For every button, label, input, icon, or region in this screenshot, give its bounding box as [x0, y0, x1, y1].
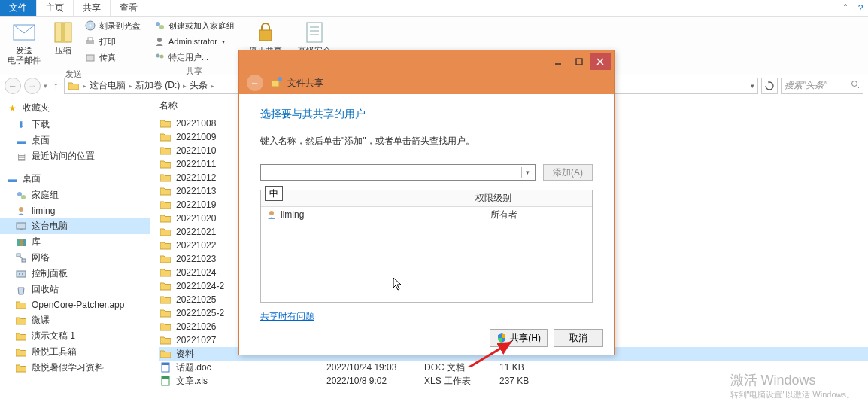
- xls-icon: [159, 375, 171, 387]
- tab-spacer: [147, 0, 838, 16]
- sidebar-recent[interactable]: ▤最近访问的位置: [0, 148, 150, 164]
- table-row[interactable]: liming 所有者: [261, 207, 592, 222]
- folder-icon: [159, 253, 171, 265]
- recent-icon: ▤: [15, 151, 27, 163]
- sidebar-libraries[interactable]: 库: [0, 234, 150, 250]
- tab-home[interactable]: 主页: [37, 0, 74, 16]
- dialog-back-button[interactable]: ←: [247, 75, 263, 91]
- sidebar-weike[interactable]: 微课: [0, 312, 150, 328]
- print-button[interactable]: 打印: [83, 35, 142, 48]
- tab-file[interactable]: 文件: [0, 0, 37, 16]
- svg-point-21: [21, 195, 26, 199]
- folder-icon: [15, 362, 27, 374]
- group-share-label: 共享: [152, 64, 236, 78]
- sidebar-thispc[interactable]: 这台电脑: [0, 218, 150, 234]
- nav-up-button[interactable]: ↑: [50, 81, 61, 91]
- user-name: liming: [281, 209, 490, 220]
- tab-view[interactable]: 查看: [111, 0, 147, 16]
- close-button[interactable]: [590, 53, 611, 70]
- maximize-button[interactable]: [569, 53, 590, 70]
- sidebar-tools[interactable]: 殷悦工具箱: [0, 344, 150, 360]
- sidebar-homegroup[interactable]: 家庭组: [0, 187, 150, 203]
- computer-icon: [15, 221, 27, 233]
- bc-volume[interactable]: 新加卷 (D:): [135, 79, 180, 92]
- minimize-button[interactable]: [548, 53, 569, 70]
- cancel-button[interactable]: 取消: [554, 329, 603, 347]
- svg-line-30: [19, 257, 23, 259]
- trouble-link[interactable]: 共享时有问题: [260, 310, 314, 323]
- folder-icon: [159, 294, 171, 306]
- folder-icon: [159, 117, 171, 129]
- homegroup-icon: [15, 190, 27, 202]
- ime-indicator: 中: [265, 186, 283, 201]
- sidebar-summer[interactable]: 殷悦暑假学习资料: [0, 360, 150, 376]
- checklist-icon: [302, 20, 326, 44]
- breadcrumb-dropdown-icon[interactable]: ▾: [751, 82, 754, 90]
- share-button[interactable]: 共享(H): [490, 329, 548, 347]
- homegroup-button[interactable]: 创建或加入家庭组: [152, 19, 236, 32]
- control-panel-icon: [15, 268, 27, 280]
- user-combo[interactable]: ▾: [260, 164, 536, 181]
- svg-point-43: [278, 77, 282, 81]
- libraries-icon: [15, 236, 27, 248]
- refresh-button[interactable]: [761, 78, 778, 94]
- compress-button[interactable]: 压缩: [48, 19, 78, 57]
- sidebar-demo[interactable]: 演示文稿 1: [0, 328, 150, 344]
- svg-rect-2: [61, 23, 65, 42]
- tab-share[interactable]: 共享: [74, 0, 111, 16]
- svg-rect-28: [17, 254, 20, 257]
- sidebar-downloads[interactable]: ⬇下载: [0, 117, 150, 132]
- bc-folder[interactable]: 头条: [190, 79, 208, 92]
- fax-icon: [84, 51, 96, 63]
- lock-icon: [253, 20, 278, 44]
- nav-recent-icon[interactable]: ▾: [44, 82, 47, 90]
- svg-rect-39: [576, 59, 582, 65]
- sidebar-liming[interactable]: liming: [0, 203, 150, 218]
- shield-icon: [496, 333, 507, 343]
- nav-forward-button[interactable]: →: [24, 78, 41, 94]
- admin-button[interactable]: Administrator▾: [152, 35, 236, 48]
- nav-back-button[interactable]: ←: [5, 78, 21, 94]
- svg-point-4: [90, 25, 92, 27]
- sidebar-control[interactable]: 控制面板: [0, 266, 150, 282]
- burn-button[interactable]: 刻录到光盘: [83, 19, 142, 32]
- user-perm: 所有者: [490, 209, 517, 221]
- specific-user-button[interactable]: 特定用户...: [152, 50, 236, 64]
- svg-rect-13: [259, 30, 272, 41]
- dialog-heading: 选择要与其共享的用户: [260, 108, 593, 121]
- sidebar-network[interactable]: 网络: [0, 250, 150, 266]
- favorites-category[interactable]: ★收藏夹: [0, 99, 150, 117]
- folder-icon: [159, 307, 171, 319]
- folder-icon: [159, 321, 171, 333]
- permission-table: 中 权限级别 liming 所有者: [260, 190, 593, 303]
- help-icon[interactable]: ?: [853, 0, 868, 16]
- folder-icon: [15, 299, 27, 311]
- col-permission[interactable]: 权限级别: [475, 192, 592, 205]
- add-button[interactable]: 添加(A): [543, 164, 593, 181]
- envelope-icon: [12, 20, 36, 44]
- svg-point-10: [157, 38, 162, 42]
- sidebar-recycle[interactable]: 回收站: [0, 282, 150, 297]
- chevron-down-icon[interactable]: ▾: [521, 167, 533, 178]
- user-icon: [153, 35, 165, 47]
- desktop-category[interactable]: ▬桌面: [0, 170, 150, 187]
- svg-rect-7: [86, 55, 94, 61]
- fax-button[interactable]: 传真: [83, 50, 142, 64]
- svg-rect-23: [17, 223, 26, 229]
- svg-rect-25: [17, 239, 20, 246]
- send-email-button[interactable]: 发送电子邮件: [5, 19, 44, 67]
- svg-point-44: [269, 211, 274, 215]
- bc-thispc[interactable]: 这台电脑: [90, 79, 126, 92]
- search-input[interactable]: 搜索"头条": [781, 78, 863, 94]
- folder-icon: [159, 131, 171, 143]
- folder-icon: [159, 226, 171, 238]
- svg-point-18: [852, 81, 857, 87]
- sidebar-opencore[interactable]: OpenCore-Patcher.app: [0, 297, 150, 312]
- folder-icon: [15, 315, 27, 327]
- folder-icon: [159, 199, 171, 211]
- svg-point-32: [19, 273, 20, 275]
- doc-icon: [159, 361, 171, 373]
- sidebar-desktop-fav[interactable]: ▬桌面: [0, 132, 150, 148]
- svg-point-11: [156, 54, 160, 58]
- ribbon-collapse-icon[interactable]: ˄: [838, 0, 853, 16]
